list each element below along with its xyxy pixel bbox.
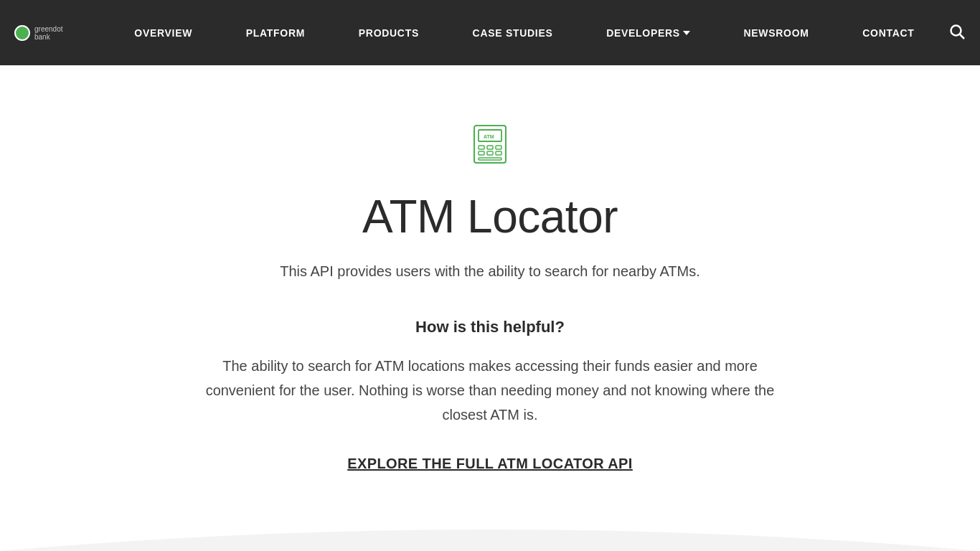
nav-link-newsroom[interactable]: NEWSROOM — [744, 27, 809, 39]
nav-link-platform[interactable]: PLATFORM — [246, 27, 305, 39]
search-icon — [948, 23, 966, 40]
nav-links: OVERVIEW PLATFORM PRODUCTS CASE STUDIES … — [108, 27, 941, 39]
svg-rect-9 — [487, 151, 493, 155]
logo-text: greendot bank — [34, 25, 62, 41]
explore-link[interactable]: EXPLORE THE FULL ATM LOCATOR API — [347, 456, 633, 472]
main-content: ATM ATM Locator This API provides users … — [167, 65, 813, 515]
nav-item-platform[interactable]: PLATFORM — [246, 27, 305, 39]
nav-item-overview[interactable]: OVERVIEW — [134, 27, 192, 39]
section-heading: How is this helpful? — [415, 318, 565, 336]
svg-rect-6 — [487, 146, 493, 149]
atm-icon: ATM — [468, 123, 512, 166]
svg-rect-8 — [479, 151, 484, 155]
svg-point-0 — [951, 26, 961, 36]
logo[interactable]: greendot bank — [14, 25, 100, 41]
svg-rect-7 — [496, 146, 501, 149]
nav-item-newsroom[interactable]: NEWSROOM — [744, 27, 809, 39]
main-nav: greendot bank OVERVIEW PLATFORM PRODUCTS… — [0, 0, 980, 65]
nav-link-products[interactable]: PRODUCTS — [359, 27, 419, 39]
search-button[interactable] — [948, 23, 966, 42]
chevron-down-icon — [683, 31, 690, 35]
logo-dot-icon — [14, 25, 30, 41]
section-body: The ability to search for ATM locations … — [203, 354, 777, 427]
nav-item-contact[interactable]: CONTACT — [862, 27, 914, 39]
nav-item-case-studies[interactable]: CASE STUDIES — [473, 27, 553, 39]
page-title: ATM Locator — [362, 190, 618, 243]
nav-link-developers[interactable]: DEVELOPERS — [606, 27, 690, 39]
nav-link-case-studies[interactable]: CASE STUDIES — [473, 27, 553, 39]
nav-item-developers[interactable]: DEVELOPERS — [606, 27, 690, 39]
svg-rect-5 — [479, 146, 484, 149]
nav-link-overview[interactable]: OVERVIEW — [134, 27, 192, 39]
svg-text:ATM: ATM — [484, 134, 494, 139]
atm-icon-container: ATM — [468, 123, 512, 169]
page-subtitle: This API provides users with the ability… — [280, 260, 699, 282]
nav-link-contact[interactable]: CONTACT — [862, 27, 914, 39]
nav-item-products[interactable]: PRODUCTS — [359, 27, 419, 39]
svg-rect-11 — [479, 158, 501, 160]
svg-line-1 — [960, 34, 964, 39]
svg-rect-10 — [496, 151, 501, 155]
